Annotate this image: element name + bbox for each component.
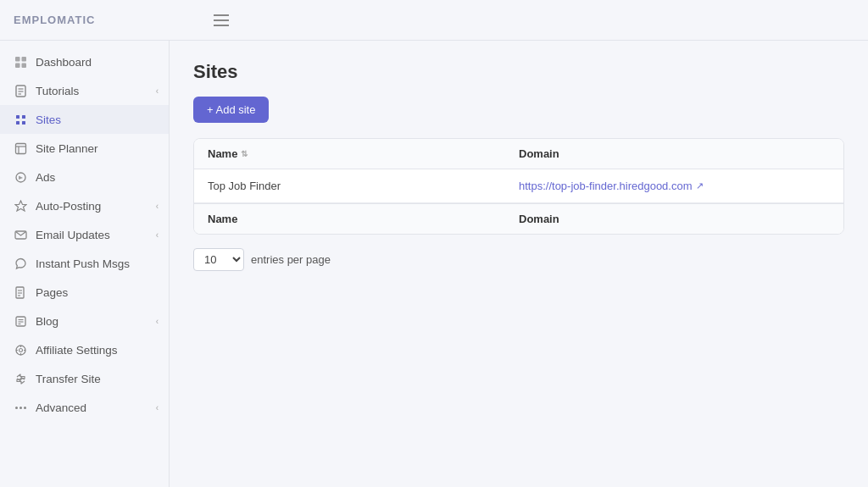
ads-icon bbox=[14, 170, 27, 184]
external-link-icon: ↗ bbox=[696, 180, 704, 191]
svg-rect-2 bbox=[15, 63, 20, 68]
svg-rect-0 bbox=[15, 57, 20, 62]
svg-rect-1 bbox=[21, 57, 26, 62]
sidebar-item-label: Advanced bbox=[36, 401, 86, 414]
page-title: Sites bbox=[193, 61, 844, 83]
sidebar-item-label: Transfer Site bbox=[36, 373, 101, 385]
table-header-name: Name ⇅ bbox=[208, 147, 519, 160]
pages-icon bbox=[14, 285, 27, 299]
svg-rect-8 bbox=[16, 115, 19, 119]
entries-per-page-select[interactable]: 10 25 50 100 bbox=[193, 248, 244, 271]
dashboard-icon bbox=[14, 55, 27, 69]
svg-point-31 bbox=[19, 407, 22, 409]
main-content: Sites + Add site Name ⇅ Domain Top Job F… bbox=[170, 41, 868, 487]
chevron-right-icon: ‹ bbox=[156, 403, 159, 412]
table-header-domain: Domain bbox=[519, 147, 830, 160]
table-row: Top Job Finder https://top-job-finder.hi… bbox=[194, 169, 843, 203]
sidebar-item-label: Sites bbox=[36, 113, 61, 126]
sidebar-item-ads[interactable]: Ads bbox=[0, 163, 169, 191]
sidebar-item-auto-posting[interactable]: Auto-Posting ‹ bbox=[0, 191, 169, 220]
sidebar-item-blog[interactable]: Blog ‹ bbox=[0, 307, 169, 335]
svg-rect-11 bbox=[22, 121, 25, 125]
sidebar-item-instant-push-msgs[interactable]: Instant Push Msgs bbox=[0, 249, 169, 278]
instant-push-msgs-icon bbox=[14, 257, 27, 270]
svg-rect-3 bbox=[21, 63, 26, 68]
sidebar-item-label: Auto-Posting bbox=[36, 200, 101, 213]
site-planner-icon bbox=[14, 141, 27, 155]
sidebar-item-label: Pages bbox=[36, 286, 68, 299]
sidebar-item-label: Blog bbox=[36, 315, 58, 328]
chevron-right-icon: ‹ bbox=[156, 317, 159, 326]
topbar: EMPLOMATIC bbox=[0, 0, 868, 41]
chevron-right-icon: ‹ bbox=[156, 230, 159, 240]
table-cell-domain[interactable]: https://top-job-finder.hiredgood.com ↗ bbox=[519, 180, 830, 192]
sidebar-item-label: Tutorials bbox=[36, 85, 79, 97]
entries-label: entries per page bbox=[251, 253, 331, 266]
add-site-button[interactable]: + Add site bbox=[193, 97, 269, 123]
sidebar-item-label: Ads bbox=[36, 171, 55, 184]
sites-table: Name ⇅ Domain Top Job Finder https://top… bbox=[193, 138, 844, 235]
main-layout: Dashboard Tutorials ‹ bbox=[0, 41, 868, 487]
table-cell-name: Top Job Finder bbox=[208, 180, 519, 192]
sidebar-item-email-updates[interactable]: Email Updates ‹ bbox=[0, 220, 169, 249]
sidebar-item-tutorials[interactable]: Tutorials ‹ bbox=[0, 76, 169, 105]
sidebar-item-dashboard[interactable]: Dashboard bbox=[0, 47, 169, 76]
transfer-site-icon bbox=[14, 372, 27, 385]
svg-point-33 bbox=[24, 407, 26, 409]
table-footer-domain: Domain bbox=[519, 213, 830, 225]
svg-rect-9 bbox=[22, 115, 25, 119]
sidebar-item-label: Affiliate Settings bbox=[36, 344, 118, 357]
sidebar-item-sites[interactable]: Sites bbox=[0, 105, 169, 134]
tutorials-icon bbox=[14, 84, 27, 97]
sites-icon bbox=[14, 113, 27, 126]
chevron-right-icon: ‹ bbox=[156, 202, 159, 211]
sidebar-item-label: Email Updates bbox=[36, 229, 110, 241]
advanced-icon bbox=[14, 401, 27, 414]
sidebar-item-label: Instant Push Msgs bbox=[36, 257, 130, 270]
pagination-bar: 10 25 50 100 entries per page bbox=[193, 248, 844, 271]
sidebar-item-affiliate-settings[interactable]: Affiliate Settings bbox=[0, 335, 169, 364]
sidebar-item-transfer-site[interactable]: Transfer Site bbox=[0, 364, 169, 393]
sidebar: Dashboard Tutorials ‹ bbox=[0, 41, 170, 487]
svg-rect-12 bbox=[15, 143, 25, 153]
svg-point-26 bbox=[19, 348, 22, 351]
sidebar-item-advanced[interactable]: Advanced ‹ bbox=[0, 393, 169, 422]
chevron-right-icon: ‹ bbox=[156, 86, 159, 96]
affiliate-settings-icon bbox=[14, 343, 27, 357]
sidebar-item-label: Site Planner bbox=[36, 142, 98, 155]
sort-icon[interactable]: ⇅ bbox=[241, 149, 248, 158]
blog-icon bbox=[14, 314, 27, 328]
email-updates-icon bbox=[14, 228, 27, 241]
auto-posting-icon bbox=[14, 199, 27, 213]
sidebar-item-pages[interactable]: Pages bbox=[0, 278, 169, 307]
table-footer-row: Name Domain bbox=[194, 203, 843, 234]
sidebar-item-label: Dashboard bbox=[36, 56, 92, 69]
svg-point-32 bbox=[15, 407, 18, 409]
hamburger-menu-icon[interactable] bbox=[214, 14, 229, 26]
table-header-row: Name ⇅ Domain bbox=[194, 139, 843, 169]
app-logo: EMPLOMATIC bbox=[14, 14, 95, 26]
sidebar-item-site-planner[interactable]: Site Planner bbox=[0, 134, 169, 163]
table-footer-name: Name bbox=[208, 213, 519, 225]
svg-rect-10 bbox=[16, 121, 19, 125]
